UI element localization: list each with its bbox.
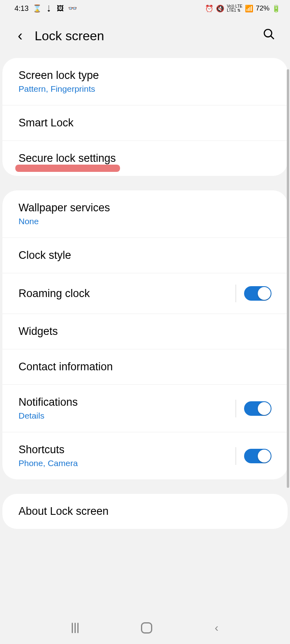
switch-divider <box>236 285 236 302</box>
annotation-highlight <box>15 165 120 172</box>
status-time: 4:13 <box>14 4 29 13</box>
volte-icon: Vo)) LTELTE1 ⇅ <box>227 4 242 12</box>
setting-roaming-clock[interactable]: Roaming clock <box>2 273 288 314</box>
settings-card-3: About Lock screen <box>2 494 288 529</box>
setting-subtitle: Phone, Camera <box>19 458 78 468</box>
setting-shortcuts[interactable]: Shortcuts Phone, Camera <box>2 432 288 479</box>
scrollbar[interactable] <box>287 69 289 488</box>
setting-title: Roaming clock <box>19 287 90 300</box>
switch-divider <box>236 400 236 417</box>
setting-title: Contact information <box>19 361 113 373</box>
setting-title: About Lock screen <box>19 505 109 518</box>
setting-title: Smart Lock <box>19 117 74 129</box>
home-icon[interactable] <box>141 622 152 634</box>
status-right: ⏰ 🔇 Vo)) LTELTE1 ⇅ 📶 72% 🔋 <box>205 4 280 13</box>
setting-title: Screen lock type <box>19 69 99 82</box>
setting-title: Clock style <box>19 249 71 262</box>
settings-card-1: Screen lock type Pattern, Fingerprints S… <box>2 58 288 176</box>
signal-icon: 📶 <box>245 4 253 13</box>
setting-subtitle: Details <box>19 411 78 421</box>
back-icon[interactable]: ‹ <box>18 27 23 44</box>
setting-wallpaper-services[interactable]: Wallpaper services None <box>2 190 288 238</box>
notifications-toggle[interactable] <box>244 401 271 416</box>
svg-line-1 <box>271 36 274 39</box>
alarm-icon: ⏰ <box>205 4 213 13</box>
switch-divider <box>236 447 236 465</box>
setting-title: Secure lock settings <box>19 152 116 165</box>
app-header: ‹ Lock screen <box>0 17 290 55</box>
setting-title: Widgets <box>19 325 58 338</box>
navigation-bar: ‹ <box>0 612 290 644</box>
battery-percent: 72% <box>256 4 269 12</box>
nav-back-icon[interactable]: ‹ <box>215 621 218 634</box>
status-left: 4:13 ⌛ ⭭ 🖼 👓 <box>14 4 77 13</box>
setting-screen-lock-type[interactable]: Screen lock type Pattern, Fingerprints <box>2 58 288 105</box>
page-title: Lock screen <box>35 29 251 43</box>
search-icon[interactable] <box>263 28 276 44</box>
hourglass-icon: ⌛ <box>33 4 41 13</box>
setting-title: Shortcuts <box>19 444 78 456</box>
setting-contact-information[interactable]: Contact information <box>2 349 288 385</box>
setting-secure-lock-settings[interactable]: Secure lock settings <box>2 141 288 176</box>
svg-point-0 <box>264 29 272 37</box>
setting-smart-lock[interactable]: Smart Lock <box>2 105 288 141</box>
setting-title: Wallpaper services <box>19 202 110 214</box>
download-icon: ⭭ <box>46 4 53 13</box>
setting-clock-style[interactable]: Clock style <box>2 238 288 273</box>
shortcuts-toggle[interactable] <box>244 449 271 463</box>
picture-icon: 🖼 <box>57 4 64 13</box>
recent-apps-icon[interactable] <box>72 623 79 633</box>
setting-subtitle: None <box>19 217 110 226</box>
status-bar: 4:13 ⌛ ⭭ 🖼 👓 ⏰ 🔇 Vo)) LTELTE1 ⇅ 📶 72% 🔋 <box>0 0 290 17</box>
settings-card-2: Wallpaper services None Clock style Roam… <box>2 190 288 479</box>
setting-notifications[interactable]: Notifications Details <box>2 385 288 432</box>
setting-widgets[interactable]: Widgets <box>2 314 288 349</box>
roaming-clock-toggle[interactable] <box>244 286 271 301</box>
setting-subtitle: Pattern, Fingerprints <box>19 84 99 94</box>
setting-about-lock-screen[interactable]: About Lock screen <box>2 494 288 529</box>
setting-title: Notifications <box>19 396 78 409</box>
battery-icon: 🔋 <box>272 4 280 13</box>
incognito-icon: 👓 <box>68 4 77 13</box>
mute-icon: 🔇 <box>216 4 224 13</box>
